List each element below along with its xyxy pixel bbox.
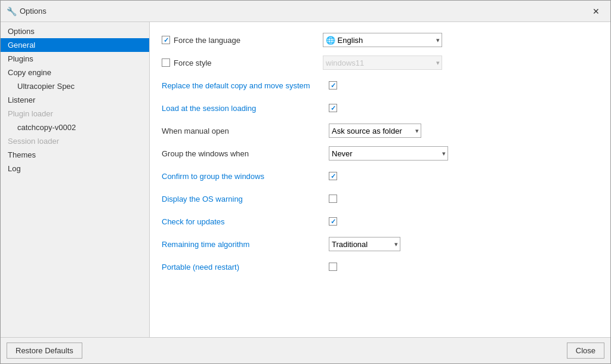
select-force-style: windows11fusionwindowsvista xyxy=(323,55,442,70)
checkbox-force-language[interactable] xyxy=(162,36,170,44)
sidebar-item-catchcopy-v0002[interactable]: catchcopy-v0002 xyxy=(1,121,149,134)
sidebar-item-ultracopier-spec[interactable]: Ultracopier Spec xyxy=(1,79,149,93)
main-content: OptionsGeneralPluginsCopy engineUltracop… xyxy=(1,22,610,337)
select-group-windows[interactable]: NeverAlwaysWhen minimized xyxy=(329,146,448,161)
label-replace-default: Replace the default copy and move system xyxy=(162,81,329,90)
titlebar: 🔧 Options ✕ xyxy=(1,1,610,22)
checkbox-force-style[interactable] xyxy=(162,58,170,67)
sidebar-item-themes[interactable]: Themes xyxy=(1,148,149,162)
checkbox-check-updates[interactable] xyxy=(329,217,337,226)
select-force-language[interactable]: 🌐 English xyxy=(323,33,442,47)
footer-close-button[interactable]: Close xyxy=(567,343,604,359)
checkbox-portable[interactable] xyxy=(329,263,337,271)
option-row-force-language: Force the language🌐 English xyxy=(162,32,598,48)
label-force-language: Force the language xyxy=(174,36,323,45)
control-confirm-group xyxy=(329,172,598,180)
option-row-when-manual-open: When manual openAsk source as folderOpen… xyxy=(162,122,598,139)
option-row-remaining-time: Remaining time algorithmTraditionalAvera… xyxy=(162,236,598,252)
option-row-portable: Portable (need restart) xyxy=(162,258,598,275)
option-row-confirm-group: Confirm to group the windows xyxy=(162,168,598,184)
option-row-load-at-session: Load at the session loading xyxy=(162,100,598,116)
control-group-windows: NeverAlwaysWhen minimized xyxy=(329,146,598,161)
content-area: Force the language🌐 EnglishForce stylewi… xyxy=(150,22,610,337)
control-force-style: windows11fusionwindowsvista xyxy=(323,55,598,70)
label-confirm-group: Confirm to group the windows xyxy=(162,172,329,181)
checkbox-confirm-group[interactable] xyxy=(329,172,337,180)
option-row-group-windows: Group the windows whenNeverAlwaysWhen mi… xyxy=(162,145,598,162)
control-check-updates xyxy=(329,217,598,226)
window-icon: 🔧 xyxy=(7,7,16,16)
sidebar-item-log[interactable]: Log xyxy=(1,162,149,175)
label-remaining-time: Remaining time algorithm xyxy=(162,240,329,249)
label-load-at-session: Load at the session loading xyxy=(162,104,329,113)
select-remaining-time[interactable]: TraditionalAverageAdaptive xyxy=(329,237,400,251)
checkbox-replace-default[interactable] xyxy=(329,81,337,90)
select-when-manual-open[interactable]: Ask source as folderOpen emptyOpen with … xyxy=(329,124,421,138)
checkbox-display-os-warning[interactable] xyxy=(329,195,337,203)
window-title: Options xyxy=(20,7,588,16)
label-display-os-warning: Display the OS warning xyxy=(162,195,329,203)
options-window: 🔧 Options ✕ OptionsGeneralPluginsCopy en… xyxy=(0,0,611,364)
sidebar-item-session-loader: Session loader xyxy=(1,134,149,148)
sidebar-item-plugins[interactable]: Plugins xyxy=(1,52,149,66)
label-when-manual-open: When manual open xyxy=(162,127,329,135)
option-row-display-os-warning: Display the OS warning xyxy=(162,190,598,207)
control-display-os-warning xyxy=(329,195,598,203)
sidebar-item-listener[interactable]: Listener xyxy=(1,93,149,107)
sidebar-item-copy-engine[interactable]: Copy engine xyxy=(1,66,149,79)
option-row-check-updates: Check for updates xyxy=(162,213,598,230)
option-row-replace-default: Replace the default copy and move system xyxy=(162,77,598,94)
control-force-language: 🌐 English xyxy=(323,33,598,47)
control-portable xyxy=(329,263,598,271)
option-row-force-style: Force stylewindows11fusionwindowsvista xyxy=(162,54,598,71)
control-when-manual-open: Ask source as folderOpen emptyOpen with … xyxy=(329,124,598,138)
label-check-updates: Check for updates xyxy=(162,217,329,226)
footer: Restore Defaults Close xyxy=(1,337,610,363)
sidebar-item-options[interactable]: Options xyxy=(1,24,149,38)
sidebar-item-plugin-loader: Plugin loader xyxy=(1,107,149,121)
sidebar: OptionsGeneralPluginsCopy engineUltracop… xyxy=(1,22,150,337)
checkbox-load-at-session[interactable] xyxy=(329,104,337,112)
control-replace-default xyxy=(329,81,598,90)
restore-defaults-button[interactable]: Restore Defaults xyxy=(7,343,82,359)
label-portable: Portable (need restart) xyxy=(162,263,329,272)
control-load-at-session xyxy=(329,104,598,112)
label-group-windows: Group the windows when xyxy=(162,149,329,158)
close-button[interactable]: ✕ xyxy=(588,3,604,20)
label-force-style: Force style xyxy=(174,58,323,67)
control-remaining-time: TraditionalAverageAdaptive xyxy=(329,237,598,251)
sidebar-item-general[interactable]: General xyxy=(1,38,149,52)
